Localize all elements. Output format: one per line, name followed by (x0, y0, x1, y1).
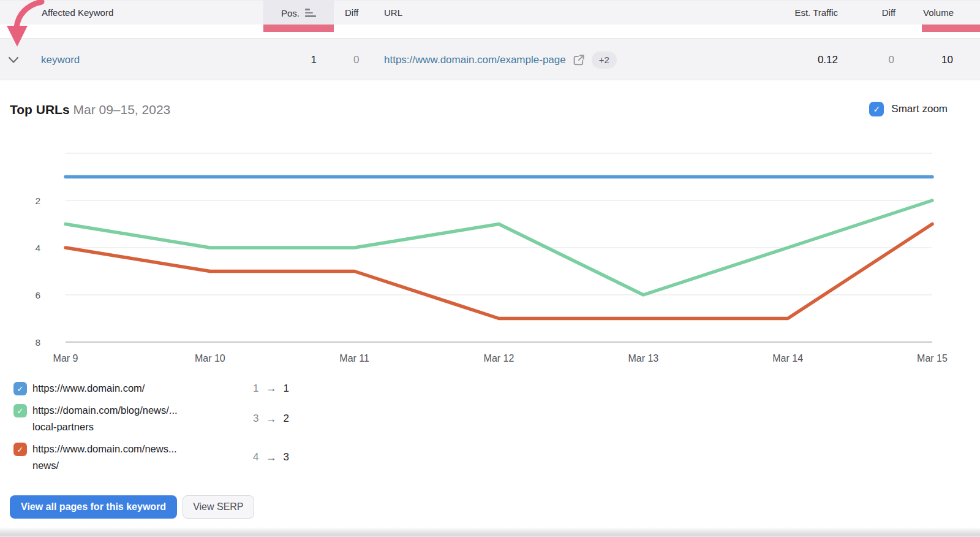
chart-legend: ✓ https://www.domain.com/ 1 → 1 ✓ https:… (13, 380, 307, 479)
smart-zoom-checkbox[interactable]: ✓ (869, 102, 884, 116)
keyword-row: keyword 1 0 https://www.domain.com/examp… (0, 38, 980, 80)
external-link-icon[interactable] (573, 54, 585, 66)
position-to: 2 (283, 413, 288, 425)
position-from: 4 (253, 451, 258, 463)
keyword-link-label: keyword (41, 54, 80, 66)
legend-url-label: https://domain.com/blog/news/... local-p… (32, 402, 221, 435)
chart-line-2[interactable] (66, 224, 932, 319)
col-affected-keyword: Affected Keyword (42, 1, 113, 25)
arrow-right-icon: → (265, 451, 276, 464)
x-tick-label: Mar 15 (917, 353, 948, 364)
more-urls-badge[interactable]: +2 (592, 51, 617, 69)
x-tick-label: Mar 14 (772, 353, 803, 364)
y-tick-label: 8 (35, 337, 40, 348)
section-date-range: Mar 09–15, 2023 (73, 102, 170, 116)
col-volume: Volume (923, 1, 954, 25)
view-all-pages-button[interactable]: View all pages for this keyword (10, 495, 177, 519)
legend-checkbox-blue[interactable]: ✓ (13, 382, 27, 395)
expand-row-button[interactable] (6, 39, 21, 81)
smart-zoom-toggle[interactable]: ✓ Smart zoom (869, 102, 948, 116)
volume-highlight-bar (922, 25, 980, 32)
col-pos[interactable]: Pos. (263, 1, 334, 25)
legend-checkbox-green[interactable]: ✓ (13, 404, 27, 417)
smart-zoom-label: Smart zoom (891, 103, 948, 115)
url-link[interactable]: https://www.domain.com/example-page (384, 54, 566, 66)
legend-url-label: https://www.domain.com/ (32, 380, 221, 397)
legend-position-change: 4 → 3 (253, 451, 289, 464)
col-diff-pos: Diff (345, 1, 358, 25)
legend-item: ✓ https://domain.com/blog/news/... local… (13, 402, 307, 435)
position-to: 3 (283, 451, 288, 463)
y-tick-label: 6 (35, 290, 40, 300)
volume-value: 10 (941, 39, 953, 81)
legend-checkbox-orange[interactable]: ✓ (13, 443, 27, 456)
col-url: URL (384, 1, 402, 25)
legend-url-label: https://www.domain.com/news... news/ (32, 441, 221, 474)
action-bar: View all pages for this keyword View SER… (10, 495, 254, 519)
col-diff-traffic: Diff (882, 1, 895, 25)
section-title: Top URLs Mar 09–15, 2023 (10, 102, 170, 117)
legend-position-change: 3 → 2 (253, 413, 289, 425)
y-tick-label: 2 (35, 196, 40, 206)
keyword-link[interactable]: keyword (41, 39, 80, 81)
position-to: 1 (283, 383, 288, 395)
x-tick-label: Mar 13 (628, 353, 658, 364)
arrow-right-icon: → (265, 413, 276, 425)
pos-highlight-bar (263, 25, 334, 32)
panel: Affected Keyword Pos. Diff URL Est. Traf… (0, 0, 980, 537)
legend-item: ✓ https://www.domain.com/ 1 → 1 (13, 380, 307, 397)
y-tick-label: 4 (35, 243, 40, 253)
position-from: 1 (253, 383, 258, 395)
legend-item: ✓ https://www.domain.com/news... news/ 4… (13, 441, 307, 474)
card-bottom-shadow (0, 527, 980, 537)
diff-pos-value: 0 (353, 39, 359, 81)
chart-canvas[interactable]: 2468Mar 9Mar 10Mar 11Mar 12Mar 13Mar 14M… (0, 147, 980, 375)
est-traffic-value: 0.12 (818, 39, 838, 81)
x-tick-label: Mar 12 (484, 353, 514, 364)
col-pos-label: Pos. (281, 8, 300, 18)
legend-position-change: 1 → 1 (253, 382, 289, 395)
position-from: 3 (253, 413, 258, 425)
chevron-down-icon (8, 56, 19, 64)
x-tick-label: Mar 9 (53, 353, 78, 364)
x-tick-label: Mar 10 (195, 353, 225, 364)
section-title-text: Top URLs (10, 102, 70, 116)
pos-value: 1 (263, 39, 317, 81)
x-tick-label: Mar 11 (339, 353, 369, 364)
sort-ascending-icon (305, 9, 316, 17)
table-header: Affected Keyword Pos. Diff URL Est. Traf… (0, 0, 980, 25)
view-serp-button[interactable]: View SERP (183, 495, 254, 519)
arrow-right-icon: → (265, 382, 276, 395)
diff-traffic-value: 0 (889, 39, 894, 81)
col-est-traffic: Est. Traffic (794, 1, 838, 25)
